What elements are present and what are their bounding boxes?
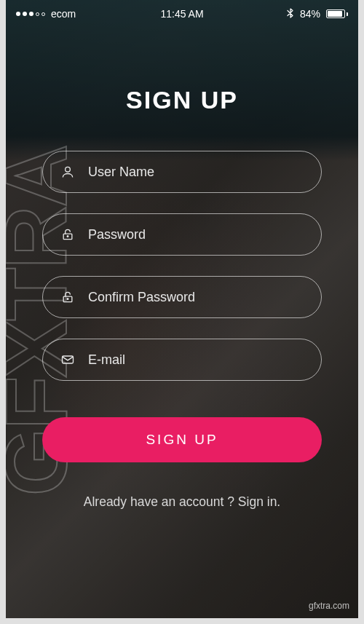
svg-point-4	[67, 299, 68, 300]
status-right: 84%	[287, 7, 348, 21]
battery-percent: 84%	[300, 8, 320, 20]
lock-icon	[60, 290, 75, 304]
battery-icon	[326, 9, 348, 18]
clock: 11:45 AM	[160, 8, 203, 20]
svg-point-2	[67, 236, 68, 237]
lock-icon	[60, 227, 75, 242]
password-input[interactable]	[88, 227, 304, 242]
email-input[interactable]	[88, 352, 304, 368]
user-icon	[60, 165, 75, 179]
page-title: SIGN UP	[126, 86, 238, 114]
status-bar: ecom 11:45 AM 84%	[6, 0, 358, 28]
signin-link[interactable]: Already have an account ? Sign in.	[84, 494, 280, 510]
app-screen: ecom 11:45 AM 84% GFXTRA SIGN UP	[6, 0, 358, 618]
email-field[interactable]	[42, 339, 322, 381]
username-field[interactable]	[42, 151, 322, 193]
signup-form	[42, 151, 322, 381]
confirm-password-input[interactable]	[88, 290, 304, 305]
username-input[interactable]	[88, 165, 304, 180]
svg-rect-5	[63, 356, 74, 363]
confirm-password-field[interactable]	[42, 276, 322, 318]
svg-point-0	[66, 167, 71, 172]
carrier-label: ecom	[51, 8, 76, 20]
signal-strength-icon	[16, 12, 45, 16]
watermark-site: gfxtra.com	[309, 601, 349, 611]
bluetooth-icon	[287, 7, 294, 21]
signup-form-container: SIGN UP	[6, 28, 358, 510]
password-field[interactable]	[42, 213, 322, 256]
email-icon	[60, 352, 75, 367]
signup-button[interactable]: SIGN UP	[42, 417, 322, 462]
status-left: ecom	[16, 8, 76, 20]
